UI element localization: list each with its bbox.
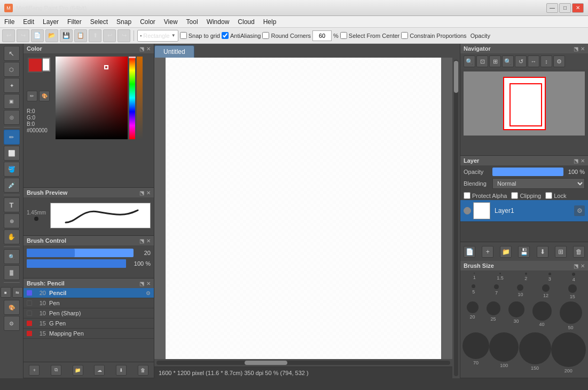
bs-item-30[interactable]: 30 xyxy=(508,301,524,330)
layer-visibility[interactable] xyxy=(464,207,471,214)
lock-checkbox[interactable] xyxy=(545,192,552,199)
color-panel-close[interactable]: ✕ xyxy=(146,46,151,52)
nav-rotate-ccw[interactable]: ↺ xyxy=(515,55,527,67)
hscroll-thumb[interactable] xyxy=(245,361,287,365)
brush-list-expand[interactable]: ⬔ xyxy=(139,281,144,286)
brush-import-button[interactable]: ⬇ xyxy=(116,365,127,376)
pencil-tool[interactable]: ✏ xyxy=(4,130,20,145)
protect-alpha-checkbox[interactable] xyxy=(464,192,471,199)
antialiasing-checkbox[interactable] xyxy=(222,32,229,39)
toolbar-open[interactable]: 📂 xyxy=(45,29,58,42)
brush-list-close[interactable]: ✕ xyxy=(146,281,151,286)
brush-settings-icon[interactable]: ⚙ xyxy=(146,290,151,296)
nav-zoom-out[interactable]: 🔍 xyxy=(464,55,475,67)
layer-panel-expand[interactable]: ⬔ xyxy=(574,158,578,164)
transform-tool[interactable]: ⊕ xyxy=(4,213,20,228)
fg-bg-tool[interactable]: ■ xyxy=(1,287,11,298)
nav-flip-h[interactable]: ↔ xyxy=(528,55,539,67)
text-tool[interactable]: T xyxy=(4,197,20,212)
select-rect-tool[interactable]: ▣ xyxy=(4,94,20,109)
bucket-tool[interactable]: 🪣 xyxy=(4,162,20,177)
move-selection-tool[interactable]: ↖ xyxy=(4,46,20,61)
bs-item-15[interactable]: 1.5 xyxy=(497,273,504,282)
brush-copy-button[interactable]: ⧉ xyxy=(51,365,61,376)
menu-tool[interactable]: Tool xyxy=(182,16,202,27)
canvas-tab-untitled[interactable]: Untitled xyxy=(154,45,194,58)
navigator-close[interactable]: ✕ xyxy=(581,46,585,52)
brush-item-mapping-pen[interactable]: 15 Mapping Pen xyxy=(23,329,154,339)
bs-item-70[interactable]: 70 xyxy=(462,332,489,373)
navigator-preview[interactable] xyxy=(464,71,585,136)
layer-save[interactable]: 💾 xyxy=(518,246,530,258)
color-gradient-main[interactable] xyxy=(56,57,128,139)
brush-folder-button[interactable]: 📁 xyxy=(73,365,83,376)
menu-snap[interactable]: Snap xyxy=(112,16,136,27)
maximize-button[interactable]: □ xyxy=(559,3,571,13)
nav-zoom-in[interactable]: 🔍 xyxy=(502,55,514,67)
brush-delete-button[interactable]: 🗑 xyxy=(138,365,148,376)
color-tool-1[interactable]: ✏ xyxy=(27,91,37,101)
close-button[interactable]: ✕ xyxy=(572,3,584,13)
bs-item-4[interactable]: 4 xyxy=(572,273,575,282)
lasso-tool[interactable]: ⬡ xyxy=(4,62,20,77)
brush-item-g-pen[interactable]: 15 G Pen xyxy=(23,319,154,329)
bs-item-50[interactable]: 50 xyxy=(560,301,582,330)
color-panel-expand[interactable]: ⬔ xyxy=(139,46,144,52)
toolbar-undo2[interactable]: ↩ xyxy=(103,29,116,42)
menu-color[interactable]: Color xyxy=(136,16,160,27)
toolbar-file-new[interactable]: 📄 xyxy=(31,29,44,42)
menu-window[interactable]: Window xyxy=(202,16,234,27)
bs-item-12[interactable]: 12 xyxy=(542,284,550,299)
toolbar-undo[interactable]: ↩ xyxy=(2,29,15,42)
bs-item-25[interactable]: 25 xyxy=(487,301,500,330)
bs-item-20[interactable]: 20 xyxy=(467,301,479,330)
canvas-background[interactable] xyxy=(166,58,441,359)
select-ellipse-tool[interactable]: ◎ xyxy=(4,110,20,125)
select-from-center-checkbox[interactable] xyxy=(340,32,347,39)
bs-item-150[interactable]: 150 xyxy=(519,332,551,373)
toolbar-save-as[interactable]: 📋 xyxy=(74,29,87,42)
brush-item-pen[interactable]: 10 Pen xyxy=(23,298,154,308)
brush-preview-expand[interactable]: ⬔ xyxy=(139,190,144,196)
canvas-horizontal-scrollbar[interactable] xyxy=(154,359,452,367)
layer-item-1[interactable]: Layer1 ⚙ xyxy=(460,200,588,222)
layer-panel-close[interactable]: ✕ xyxy=(581,158,585,164)
brush-add-button[interactable]: + xyxy=(29,365,40,376)
layer-add-folder[interactable]: 📁 xyxy=(500,246,512,258)
bs-item-3[interactable]: 3 xyxy=(548,273,551,282)
clipping-checkbox[interactable] xyxy=(511,192,518,199)
gradient-tool[interactable]: ▓ xyxy=(4,265,20,280)
brush-item-pencil[interactable]: 20 Pencil ⚙ xyxy=(23,288,154,298)
brush-item-pen-sharp[interactable]: 10 Pen (Sharp) xyxy=(23,308,154,319)
magic-wand-tool[interactable]: ✦ xyxy=(4,78,20,93)
bs-item-100[interactable]: 100 xyxy=(489,332,519,373)
layer-add-page[interactable]: 📄 xyxy=(464,246,475,258)
toolbar-redo[interactable]: ↪ xyxy=(17,29,29,42)
layer-blending-select[interactable]: Normal Multiply Screen Overlay xyxy=(492,178,585,189)
bs-item-15b[interactable]: 15 xyxy=(568,284,577,299)
alpha-slider[interactable] xyxy=(137,57,143,139)
constrain-proportions-checkbox[interactable] xyxy=(401,32,408,39)
bs-item-5[interactable]: 5 xyxy=(472,284,475,299)
settings-tool[interactable]: ⚙ xyxy=(4,316,20,331)
hue-slider[interactable] xyxy=(129,57,135,139)
snap-to-grid-checkbox[interactable] xyxy=(180,32,187,39)
nav-zoom-actual[interactable]: ⊞ xyxy=(489,55,501,67)
bs-item-200[interactable]: 200 xyxy=(551,332,586,373)
zoom-tool[interactable]: 🔍 xyxy=(4,249,20,264)
nav-settings[interactable]: ⚙ xyxy=(553,55,565,67)
menu-filter[interactable]: Filter xyxy=(63,16,86,27)
menu-select[interactable]: Select xyxy=(86,16,112,27)
canvas-scroll-area[interactable] xyxy=(154,58,452,359)
brush-cloud-button[interactable]: ☁ xyxy=(94,365,105,376)
toolbar-redo2[interactable]: ↪ xyxy=(117,29,130,42)
foreground-color-swatch[interactable] xyxy=(28,58,43,73)
menu-cloud[interactable]: Cloud xyxy=(233,16,258,27)
shape-dropdown[interactable]: ▪ Rectangle ▼ xyxy=(137,30,178,42)
brush-control-close[interactable]: ✕ xyxy=(146,238,151,244)
nav-fit[interactable]: ⊡ xyxy=(476,55,488,67)
color-gradient-area[interactable] xyxy=(56,57,151,182)
layer-settings-button[interactable]: ⚙ xyxy=(574,205,585,216)
brush-size-expand[interactable]: ⬔ xyxy=(574,263,578,269)
bs-item-10[interactable]: 10 xyxy=(517,284,523,299)
